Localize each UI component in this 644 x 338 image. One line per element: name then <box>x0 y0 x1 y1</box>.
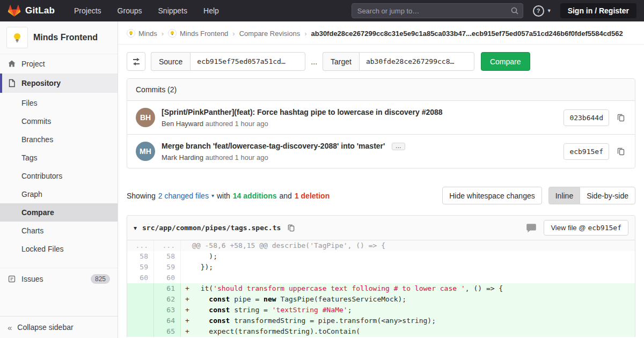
project-avatar <box>168 29 177 38</box>
new-line-number[interactable]: 63 <box>154 305 181 315</box>
old-line-number[interactable]: 60 <box>127 273 154 283</box>
search-icon[interactable] <box>510 6 519 15</box>
signin-register-button[interactable]: Sign in / Register <box>560 3 636 18</box>
navbar-item-projects[interactable]: Projects <box>74 6 101 15</box>
navbar-item-help[interactable]: Help <box>203 6 219 15</box>
copy-sha-button[interactable] <box>616 146 626 157</box>
swap-revisions-button[interactable] <box>127 52 145 71</box>
navbar-item-groups[interactable]: Groups <box>118 6 142 15</box>
sidebar-item-commits[interactable]: Commits <box>0 112 118 130</box>
avatar[interactable]: BH <box>136 108 155 127</box>
help-icon: ? <box>533 5 544 17</box>
toggle-comments-button[interactable] <box>524 222 538 234</box>
breadcrumb-item-compare-revisions[interactable]: Compare Revisions <box>239 30 300 38</box>
target-ref-field[interactable]: ab30fde28ce267299cc8… <box>359 52 474 71</box>
diff-line: 5858 ); <box>127 251 635 262</box>
old-line-number[interactable] <box>127 315 154 326</box>
collapse-diff-caret-icon[interactable]: ▾ <box>134 224 137 232</box>
compare-button[interactable]: Compare <box>481 52 530 71</box>
sidebar-item-project[interactable]: Project <box>0 54 118 74</box>
breadcrumb: Minds › Minds Frontend › Compare Revisio… <box>118 21 644 45</box>
search-box <box>352 3 523 18</box>
diff-file-panel: ▾ src/app/common/pipes/tags.spec.ts <box>127 215 635 337</box>
diff-line-content: + const pipe = new TagsPipe(featuresServ… <box>181 294 635 305</box>
sidebar-item-files[interactable]: Files <box>0 94 118 112</box>
caret-down-icon[interactable]: ▾ <box>211 193 214 199</box>
copy-sha-button[interactable] <box>616 112 626 123</box>
collapse-sidebar-label: Collapse sidebar <box>17 323 73 332</box>
breadcrumb-separator: › <box>162 30 164 38</box>
new-line-number[interactable]: 61 <box>154 283 181 294</box>
commit-meta: Mark Harding authored 1 hour ago <box>162 153 564 161</box>
inline-view-button[interactable]: Inline <box>548 187 580 204</box>
expand-commit-description-button[interactable]: ... <box>392 143 405 150</box>
copy-file-path-button[interactable] <box>286 223 296 233</box>
target-input-group: Target ab30fde28ce267299cc8… <box>323 52 474 71</box>
sidebar-item-tags[interactable]: Tags <box>0 149 118 167</box>
source-ref-field[interactable]: ecb915ef75ed057a51cd… <box>190 52 305 71</box>
commit-title-link[interactable]: Merge branch 'feat/lowercase-tag-discove… <box>162 142 385 150</box>
sidebar-item-charts[interactable]: Charts <box>0 222 118 240</box>
commit-title-link[interactable]: [Sprint/PinkPanther](feat): Force hashta… <box>162 108 443 116</box>
help-menu[interactable]: ? ▼ <box>533 5 552 17</box>
new-line-number[interactable]: 59 <box>154 262 181 273</box>
breadcrumb-label: Minds Frontend <box>180 30 228 38</box>
side-by-side-view-button[interactable]: Side-by-side <box>580 187 635 204</box>
additions-count: 14 additions <box>233 192 277 200</box>
sidebar-item-graph[interactable]: Graph <box>0 185 118 203</box>
sidebar-item-repository[interactable]: Repository <box>0 74 118 93</box>
diff-mode-toggle: Inline Side-by-side <box>548 187 635 204</box>
old-line-number[interactable]: 58 <box>127 251 154 262</box>
diff-line-content: }); <box>181 262 635 273</box>
project-context-header[interactable]: Minds Frontend <box>0 21 118 54</box>
collapse-sidebar-button[interactable]: « Collapse sidebar <box>0 316 118 338</box>
new-line-number[interactable]: 64 <box>154 315 181 326</box>
sidebar-item-compare[interactable]: Compare <box>0 203 118 222</box>
gitlab-logo[interactable]: GitLab <box>8 4 55 17</box>
view-file-button[interactable]: View file @ ecb915ef <box>544 220 628 236</box>
commit-sha-button[interactable]: 023b644d <box>564 109 609 126</box>
commit-author-link[interactable]: Ben Hayward <box>162 120 203 128</box>
sidebar-item-branches[interactable]: Branches <box>0 130 118 149</box>
issues-label: Issues <box>21 275 43 283</box>
hide-whitespace-button[interactable]: Hide whitespace changes <box>442 187 542 204</box>
diff-view-controls: Hide whitespace changes Inline Side-by-s… <box>442 187 635 204</box>
diff-line: 5959 }); <box>127 262 635 273</box>
breadcrumb-separator: › <box>232 30 235 38</box>
top-navbar: GitLab ProjectsGroupsSnippetsHelp ? ▼ Si… <box>0 0 644 21</box>
new-line-number[interactable]: 62 <box>154 294 181 305</box>
sidebar-item-contributors[interactable]: Contributors <box>0 167 118 185</box>
new-line-number[interactable]: 60 <box>154 273 181 283</box>
diff-file-header: ▾ src/app/common/pipes/tags.spec.ts <box>127 216 635 240</box>
diff-file-path[interactable]: src/app/common/pipes/tags.spec.ts <box>142 224 281 232</box>
sidebar-item-issues[interactable]: Issues 825 <box>0 268 118 290</box>
new-line-number[interactable]: ... <box>154 240 181 251</box>
search-input[interactable] <box>352 3 523 18</box>
old-line-number[interactable]: ... <box>127 240 154 251</box>
diff-line: 65+ expect(transformedString).toContain( <box>127 326 635 337</box>
left-sidebar: Minds Frontend Project Repository FilesC… <box>0 21 118 338</box>
diff-summary-bar: Showing 2 changed files ▾ with 14 additi… <box>127 187 635 204</box>
new-line-number[interactable]: 65 <box>154 326 181 337</box>
diff-summary-text: Showing 2 changed files ▾ with 14 additi… <box>127 192 330 200</box>
commits-panel: Commits (2) BH [Sprint/PinkPanther](feat… <box>127 78 635 168</box>
avatar[interactable]: MH <box>136 142 155 161</box>
commit-author-link[interactable]: Mark Harding <box>162 153 203 161</box>
new-line-number[interactable]: 58 <box>154 251 181 262</box>
diff-line-content: + expect(transformedString).toContain( <box>181 326 635 337</box>
changed-files-dropdown[interactable]: 2 changed files <box>158 192 209 200</box>
breadcrumb-item-minds-frontend[interactable]: Minds Frontend <box>168 29 228 38</box>
breadcrumb-item-minds[interactable]: Minds <box>127 29 157 38</box>
old-line-number[interactable] <box>127 326 154 337</box>
sidebar-item-locked-files[interactable]: Locked Files <box>0 240 118 258</box>
diff-line-content: ); <box>181 251 635 262</box>
old-line-number[interactable] <box>127 283 154 294</box>
old-line-number[interactable] <box>127 305 154 315</box>
copy-icon <box>287 224 295 232</box>
old-line-number[interactable] <box>127 294 154 305</box>
navbar-item-snippets[interactable]: Snippets <box>158 6 187 15</box>
commit-sha-button[interactable]: ecb915ef <box>564 143 609 160</box>
old-line-number[interactable]: 59 <box>127 262 154 273</box>
copy-icon <box>617 147 625 156</box>
project-name: Minds Frontend <box>33 33 98 42</box>
